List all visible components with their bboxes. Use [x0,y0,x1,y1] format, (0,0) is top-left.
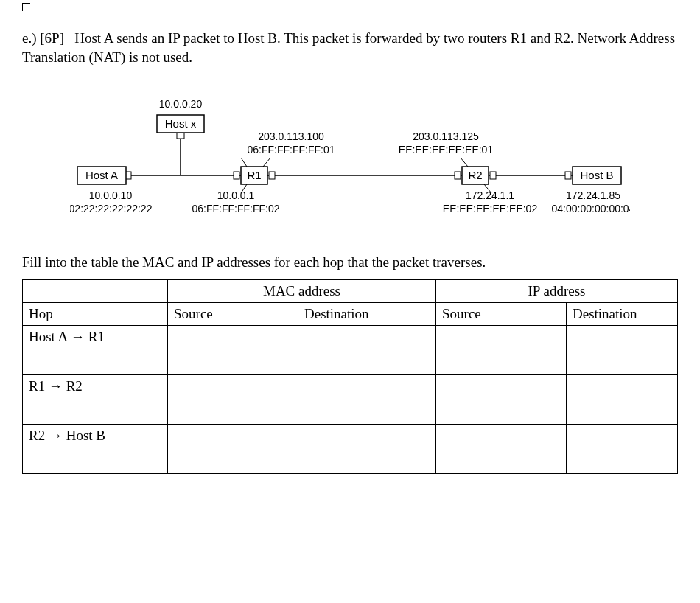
svg-rect-6 [565,172,571,179]
question-instruction: Fill into the table the MAC and IP addre… [22,253,678,272]
col-mac-dst: Destination [298,302,436,325]
svg-rect-4 [455,172,461,179]
cell-hop: R2 → Host B [23,424,168,473]
svg-rect-2 [234,172,239,179]
header-mac: MAC address [168,279,436,302]
cell-mac-dst[interactable] [298,325,436,374]
host-b-label: Host B [580,169,613,181]
r1-right-ip: 203.0.113.100 [258,130,324,142]
r2-label: R2 [468,169,482,181]
table-row: R2 → Host B [23,424,678,473]
cell-mac-src[interactable] [168,424,298,473]
cell-mac-src[interactable] [168,374,298,424]
host-x-ip: 10.0.0.20 [159,98,203,110]
cell-ip-src[interactable] [436,325,567,374]
cell-ip-src[interactable] [436,374,567,424]
cell-mac-dst[interactable] [298,424,436,473]
r2-right-mac: EE:EE:EE:EE:EE:02 [443,203,538,215]
question-points: [6P] [40,30,64,46]
r1-left-mac: 06:FF:FF:FF:FF:02 [192,203,279,215]
question-label: e.) [22,30,37,46]
cell-ip-dst[interactable] [567,424,678,473]
host-a-ip: 10.0.0.10 [89,189,133,201]
svg-rect-5 [490,172,496,179]
host-a-label: Host A [85,169,118,181]
svg-rect-12 [177,133,184,139]
question-text: e.) [6P] Host A sends an IP packet to Ho… [22,29,678,66]
host-b-mac: 04:00:00:00:00:04 [552,203,630,215]
r2-right-ip: 172.24.1.1 [466,189,514,201]
table-row: R1 → R2 [23,374,678,424]
network-diagram: Host A R1 R2 Host B Host x 10.0.0.20 10.… [70,87,630,238]
cell-mac-dst[interactable] [298,374,436,424]
col-mac-src: Source [168,302,298,325]
cell-ip-dst[interactable] [567,325,678,374]
header-ip: IP address [436,279,678,302]
host-b-ip: 172.24.1.85 [566,189,620,201]
r2-left-ip: 203.0.113.125 [413,130,479,142]
svg-line-16 [461,158,468,167]
col-hop: Hop [23,302,168,325]
r1-label: R1 [247,169,261,181]
answer-table: MAC address IP address Hop Source Destin… [22,279,678,474]
col-ip-dst: Destination [567,302,678,325]
r1-left-ip: 10.0.0.1 [217,189,255,201]
question-body-1: Host A sends an IP packet to Host B. Thi… [22,30,675,65]
table-row: Host A → R1 [23,325,678,374]
host-a-mac: 02:22:22:22:22:22 [70,203,153,215]
cell-mac-src[interactable] [168,325,298,374]
cell-hop: R1 → R2 [23,374,168,424]
r1-right-mac: 06:FF:FF:FF:FF:01 [247,144,335,156]
col-ip-src: Source [436,302,567,325]
svg-line-15 [263,158,270,167]
svg-rect-3 [269,172,275,179]
cell-hop: Host A → R1 [23,325,168,374]
host-x-label: Host x [165,117,197,130]
cell-ip-src[interactable] [436,424,567,473]
cell-ip-dst[interactable] [567,374,678,424]
r2-left-mac: EE:EE:EE:EE:EE:01 [399,144,494,156]
svg-line-14 [241,158,247,167]
